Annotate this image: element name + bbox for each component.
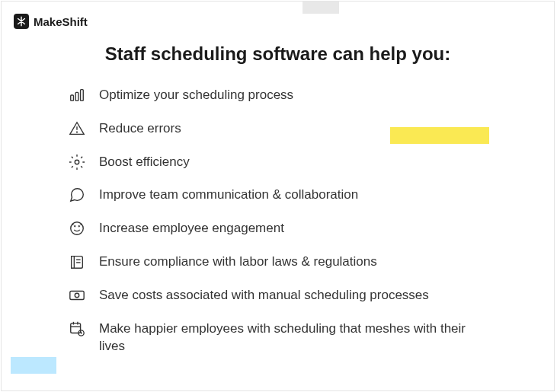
- bar-chart-icon: [69, 87, 85, 104]
- list-item: Boost efficiency: [69, 153, 508, 171]
- benefit-text: Save costs associated with manual schedu…: [99, 286, 429, 304]
- svg-point-4: [77, 132, 78, 132]
- benefit-text: Boost efficiency: [99, 153, 190, 171]
- list-item: Save costs associated with manual schedu…: [69, 286, 508, 304]
- decoration-yellow: [390, 127, 489, 144]
- list-item: Improve team communication & collaborati…: [69, 186, 508, 204]
- warning-icon: [69, 120, 85, 137]
- chat-icon: [69, 186, 85, 203]
- svg-rect-1: [75, 92, 78, 100]
- benefit-text: Optimize your scheduling process: [99, 86, 293, 104]
- list-item: Make happier employees with scheduling t…: [69, 320, 508, 356]
- svg-point-7: [75, 226, 75, 227]
- asterisk-icon: [14, 14, 29, 29]
- gear-icon: [69, 154, 85, 171]
- benefit-text: Make happier employees with scheduling t…: [99, 320, 480, 356]
- brand-logo: MakeShift: [14, 14, 88, 29]
- calendar-clock-icon: [69, 320, 85, 337]
- svg-point-8: [78, 226, 79, 227]
- book-icon: [69, 253, 85, 270]
- svg-rect-0: [71, 95, 74, 100]
- smile-icon: [69, 220, 85, 237]
- list-item: Increase employee engagement: [69, 219, 508, 237]
- benefit-text: Reduce errors: [99, 120, 181, 138]
- benefit-text: Improve team communication & collaborati…: [99, 186, 358, 204]
- main-container: MakeShift Staff scheduling software can …: [1, 1, 555, 391]
- list-item: Optimize your scheduling process: [69, 86, 508, 104]
- svg-rect-2: [81, 90, 84, 101]
- benefit-text: Increase employee engagement: [99, 219, 284, 237]
- money-icon: [69, 287, 85, 304]
- benefit-text: Ensure compliance with labor laws & regu…: [99, 253, 377, 271]
- svg-point-13: [75, 293, 79, 298]
- decoration-blue: [11, 357, 56, 374]
- list-item: Ensure compliance with labor laws & regu…: [69, 253, 508, 271]
- decoration-top: [303, 2, 339, 14]
- brand-name: MakeShift: [34, 15, 88, 28]
- page-title: Staff scheduling software can help you:: [47, 43, 508, 65]
- svg-point-5: [75, 160, 79, 164]
- content-area: Staff scheduling software can help you: …: [2, 2, 554, 355]
- svg-rect-12: [70, 291, 84, 299]
